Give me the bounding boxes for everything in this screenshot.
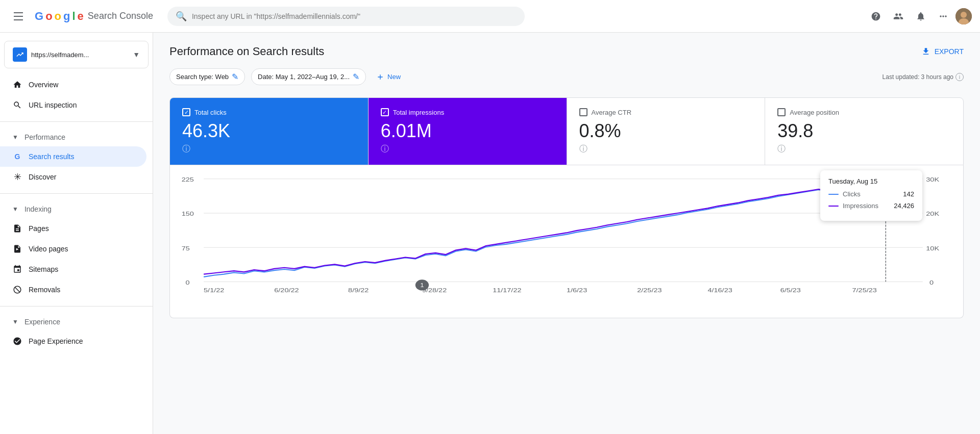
nav-overview-label: Overview (29, 81, 58, 89)
nav-page-experience-label: Page Experience (29, 337, 83, 345)
nav-section-indexing: ▼ Indexing Pages Video pages Sitemaps (0, 198, 153, 302)
total-clicks-card[interactable]: Total clicks 46.3K ⓘ (170, 98, 369, 165)
average-position-card[interactable]: Average position 39.8 ⓘ (765, 98, 963, 165)
manage-users-button[interactable] (888, 6, 909, 27)
nav-page-experience[interactable]: Page Experience (0, 331, 146, 351)
avatar[interactable] (955, 8, 972, 24)
x-label-7: 2/25/23 (637, 287, 662, 293)
hamburger-icon (14, 12, 23, 20)
date-filter[interactable]: Date: May 1, 2022–Aug 19, 2... ✎ (251, 68, 366, 85)
property-icon (13, 47, 27, 62)
tooltip-impressions-label: Impressions (843, 202, 890, 210)
main-content: Performance on Search results EXPORT Sea… (153, 33, 980, 434)
google-logo[interactable]: G o o g l e Search Console (35, 10, 153, 23)
search-bar[interactable]: 🔍 (167, 7, 525, 26)
nav-video-pages[interactable]: Video pages (0, 239, 146, 259)
tooltip-clicks-row: Clicks 142 (828, 190, 914, 198)
nav-url-inspection[interactable]: URL inspection (0, 95, 146, 115)
nav-removals-label: Removals (29, 286, 60, 294)
nav-indexing-label: Indexing (24, 205, 52, 213)
pages-icon (12, 223, 22, 234)
nav-performance-label: Performance (24, 133, 65, 141)
nav-divider-2 (0, 193, 153, 194)
annotation-label: 1 (420, 282, 424, 288)
average-ctr-value: 0.8% (579, 120, 753, 142)
edit-date-icon: ✎ (353, 72, 359, 82)
nav-video-pages-label: Video pages (29, 245, 68, 253)
sitemaps-icon (12, 264, 22, 274)
tooltip-impressions-value: 24,426 (894, 202, 914, 210)
nav-sitemaps[interactable]: Sitemaps (0, 259, 146, 279)
nav-indexing-section[interactable]: ▼ Indexing (0, 200, 153, 218)
x-label-3: 8/9/22 (348, 287, 369, 293)
nav-removals[interactable]: Removals (0, 279, 146, 300)
search-icon: 🔍 (176, 11, 187, 22)
help-button[interactable] (866, 6, 886, 27)
nav-discover[interactable]: ✳ Discover (0, 167, 146, 187)
nav-pages-label: Pages (29, 224, 49, 233)
position-help-icon: ⓘ (777, 144, 951, 155)
total-impressions-label: Total impressions (393, 109, 444, 116)
chevron-down-icon-experience: ▼ (12, 318, 18, 325)
menu-button[interactable] (8, 6, 29, 27)
last-updated-text: Last updated: 3 hours ago (883, 73, 953, 81)
add-new-filter-button[interactable]: New (372, 70, 405, 84)
x-label-8: 4/16/23 (707, 287, 732, 293)
ctr-help-icon: ⓘ (579, 144, 753, 155)
y-axis-0: 0 (186, 279, 190, 286)
impressions-help-icon: ⓘ (381, 144, 554, 155)
average-ctr-card[interactable]: Average CTR 0.8% ⓘ (567, 98, 766, 165)
x-label-6: 1/6/23 (567, 287, 587, 293)
average-ctr-label: Average CTR (592, 109, 632, 116)
impressions-line-indicator (828, 206, 839, 207)
nav-experience-section[interactable]: ▼ Experience (0, 313, 153, 331)
notifications-button[interactable] (911, 6, 931, 27)
search-type-filter[interactable]: Search type: Web ✎ (169, 68, 245, 85)
total-impressions-value: 6.01M (381, 120, 554, 142)
apps-button[interactable] (933, 6, 953, 27)
info-icon: i (955, 73, 964, 81)
topbar-actions (866, 6, 972, 27)
x-label-9: 6/5/23 (780, 287, 801, 293)
dropdown-icon: ▼ (133, 50, 140, 59)
clicks-line-indicator (828, 194, 839, 195)
nav-url-inspection-label: URL inspection (29, 101, 77, 109)
nav-section-main: Overview URL inspection (0, 72, 153, 117)
export-button[interactable]: EXPORT (921, 47, 964, 56)
page-experience-icon (12, 336, 22, 346)
nav-overview[interactable]: Overview (0, 74, 146, 95)
search-type-label: Search type: Web (176, 73, 229, 81)
impressions-checkbox (381, 108, 389, 116)
search-input[interactable] (192, 12, 517, 20)
video-pages-icon (12, 244, 22, 254)
nav-search-results[interactable]: G Search results (0, 146, 146, 167)
nav-sitemaps-label: Sitemaps (29, 265, 58, 273)
tooltip-date: Tuesday, Aug 15 (828, 177, 914, 185)
export-label: EXPORT (935, 47, 964, 56)
google-g-icon: G (12, 151, 22, 162)
asterisk-icon: ✳ (12, 172, 22, 182)
date-label: Date: May 1, 2022–Aug 19, 2... (258, 73, 350, 81)
clicks-help-icon: ⓘ (182, 144, 356, 155)
metric-cards: Total clicks 46.3K ⓘ Total impressions 6… (169, 97, 964, 165)
nav-section-experience: ▼ Experience Page Experience (0, 311, 153, 353)
y-axis-right-30k: 30K (926, 176, 939, 183)
nav-section-performance: ▼ Performance G Search results ✳ Discove… (0, 126, 153, 189)
sidebar: https://selfmadem... ▼ Overview URL insp… (0, 33, 153, 434)
edit-icon: ✎ (232, 72, 238, 82)
nav-pages[interactable]: Pages (0, 218, 146, 239)
nav-performance-section[interactable]: ▼ Performance (0, 128, 153, 146)
x-label-5: 11/17/22 (493, 287, 521, 293)
nav-divider-3 (0, 306, 153, 307)
position-checkbox (777, 108, 786, 116)
home-icon (12, 80, 22, 90)
nav-experience-label: Experience (24, 318, 60, 326)
topbar: G o o g l e Search Console 🔍 (0, 0, 980, 33)
ctr-checkbox (579, 108, 587, 116)
total-impressions-card[interactable]: Total impressions 6.01M ⓘ (369, 98, 567, 165)
property-selector[interactable]: https://selfmadem... ▼ (4, 41, 149, 68)
impressions-polyline (204, 189, 919, 274)
tooltip-clicks-label: Clicks (843, 190, 899, 198)
clicks-checkbox (182, 108, 190, 116)
chart-container: Tuesday, Aug 15 Clicks 142 Impressions 2… (169, 165, 964, 318)
